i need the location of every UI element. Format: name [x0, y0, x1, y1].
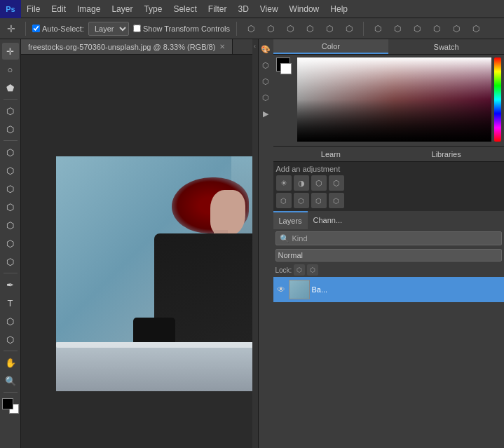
menu-bar: Ps File Edit Image Layer Type Select Fil… [0, 0, 504, 18]
swatch-tab[interactable]: Swatch [388, 39, 504, 54]
color-panel-tabs: Color Swatch [273, 39, 505, 55]
align-right-icon[interactable]: ⬡ [282, 21, 298, 36]
eraser-tool[interactable]: ⬡ [2, 217, 19, 233]
play-icon[interactable]: ▶ [259, 107, 273, 121]
menu-layer[interactable]: Layer [106, 0, 138, 18]
color-tab[interactable]: Color [273, 39, 389, 54]
color-picker-gradient[interactable] [297, 57, 492, 142]
layers-search[interactable]: 🔍 Kind [275, 231, 503, 245]
color-panel-icon[interactable]: 🎨 [259, 42, 273, 56]
panel-collapse-strip[interactable]: ‹ [252, 39, 258, 448]
tab-bar: freestocks-org-570360-unsplash.jpg @ 8.3… [21, 39, 252, 55]
levels-adj-icon[interactable]: ⬡ [329, 175, 344, 191]
tool-separator-2 [4, 140, 18, 141]
menu-help[interactable]: Help [325, 0, 353, 18]
lasso-tool[interactable]: ⬟ [2, 79, 19, 96]
lock-position-icon[interactable]: ⬡ [307, 264, 318, 276]
left-toolbar: ✛ ○ ⬟ ⬡ ⬡ ⬡ ⬡ ⬡ ⬡ ⬡ ⬡ ⬡ ✒ T ⬡ ⬡ ✋ 🔍 [0, 39, 21, 448]
tool-separator-3 [4, 273, 18, 273]
contrast-adj-icon[interactable]: ◑ [294, 175, 309, 191]
crop-tool[interactable]: ⬡ [2, 102, 19, 119]
color-swatches[interactable] [2, 398, 19, 414]
menu-view[interactable]: View [254, 0, 284, 18]
gradient-tool[interactable]: ⬡ [2, 235, 19, 252]
blend-mode-dropdown[interactable]: Normal [275, 249, 503, 262]
show-transform-checkbox[interactable]: Show Transform Controls [133, 25, 230, 33]
search-icon: 🔍 [280, 234, 290, 243]
layers-tab[interactable]: Layers [273, 211, 308, 229]
distribute-middle-icon[interactable]: ⬡ [449, 21, 464, 36]
spot-heal-tool[interactable]: ⬡ [2, 144, 19, 161]
learn-libraries-bar: Learn Libraries [273, 147, 505, 162]
distribute-top-icon[interactable]: ⬡ [429, 21, 444, 36]
menu-filter[interactable]: Filter [203, 0, 233, 18]
layer-row-background[interactable]: 👁 Ba... [273, 277, 505, 302]
history-icon[interactable]: ⬡ [259, 90, 273, 104]
tab-close-button[interactable]: ✕ [219, 43, 225, 50]
path-select-tool[interactable]: ⬡ [2, 313, 19, 330]
colorbalance-adj-icon[interactable]: ⬡ [311, 193, 327, 208]
adjustment-icons-row2: ⬡ ⬡ ⬡ ⬡ [276, 193, 502, 208]
move-tool[interactable]: ✛ [2, 43, 19, 60]
pen-tool[interactable]: ✒ [2, 276, 19, 293]
brightness-adj-icon[interactable]: ☀ [276, 175, 292, 191]
options-sep-3 [363, 22, 364, 36]
adjustment-icons-row1: ☀ ◑ ⬡ ⬡ [276, 173, 502, 193]
layers-panel-tabs: Layers Chann... [273, 211, 505, 229]
hue-adj-icon[interactable]: ⬡ [276, 193, 292, 208]
layer-thumbnail [289, 280, 310, 299]
app-logo: Ps [0, 0, 21, 18]
menu-image[interactable]: Image [71, 0, 106, 18]
lock-pixels-icon[interactable]: ⬡ [294, 264, 305, 276]
blackwhite-adj-icon[interactable]: ⬡ [329, 193, 344, 208]
document-tab-name: freestocks-org-570360-unsplash.jpg @ 8.3… [28, 43, 215, 51]
selection-tool[interactable]: ○ [2, 61, 19, 78]
distribute-center-icon[interactable]: ⬡ [390, 21, 405, 36]
menu-file[interactable]: File [21, 0, 46, 18]
auto-select-checkbox[interactable]: Auto-Select: [32, 25, 84, 33]
options-sep-1 [25, 22, 26, 36]
auto-select-input[interactable] [32, 25, 40, 32]
align-left-icon[interactable]: ⬡ [243, 21, 259, 36]
align-top-icon[interactable]: ⬡ [302, 21, 318, 36]
menu-edit[interactable]: Edit [46, 0, 71, 18]
menu-select[interactable]: Select [168, 0, 202, 18]
curves-icon[interactable]: ⬡ [259, 74, 273, 88]
menu-3d[interactable]: 3D [232, 0, 254, 18]
history-brush-tool[interactable]: ⬡ [2, 198, 19, 215]
snow-wall [56, 342, 252, 391]
foreground-color-swatch[interactable] [2, 398, 13, 409]
eyedropper-tool[interactable]: ⬡ [2, 121, 19, 137]
align-center-icon[interactable]: ⬡ [263, 21, 278, 36]
shape-tool[interactable]: ⬡ [2, 331, 19, 348]
layer-dropdown[interactable]: Layer [88, 22, 129, 36]
align-middle-icon[interactable]: ⬡ [322, 21, 337, 36]
align-bottom-icon[interactable]: ⬡ [341, 21, 357, 36]
libraries-tab[interactable]: Libraries [388, 147, 504, 161]
layer-name: Ba... [312, 285, 328, 294]
show-transform-input[interactable] [133, 25, 141, 32]
dodge-tool[interactable]: ⬡ [2, 253, 19, 270]
layer-visibility-icon[interactable]: 👁 [275, 284, 287, 295]
vibrance-adj-icon[interactable]: ⬡ [294, 193, 309, 208]
distribute-bottom-icon[interactable]: ⬡ [468, 21, 484, 36]
curves-adj-icon[interactable]: ⬡ [311, 175, 327, 191]
hand-tool[interactable]: ✋ [2, 354, 19, 371]
canvas-container[interactable] [21, 55, 252, 448]
learn-tab[interactable]: Learn [273, 147, 389, 161]
hue-slider[interactable] [494, 57, 501, 142]
document-tab[interactable]: freestocks-org-570360-unsplash.jpg @ 8.3… [21, 39, 233, 54]
layers-panel: Layers Chann... 🔍 Kind Normal Lock: ⬡ ⬡ … [273, 211, 505, 448]
face [210, 190, 245, 236]
clone-stamp-tool[interactable]: ⬡ [2, 180, 19, 197]
zoom-tool[interactable]: 🔍 [2, 372, 19, 389]
brush-tool[interactable]: ⬡ [2, 162, 19, 179]
channels-tab[interactable]: Chann... [308, 211, 348, 229]
distribute-right-icon[interactable]: ⬡ [409, 21, 425, 36]
background-swatch[interactable] [280, 63, 292, 74]
type-tool[interactable]: T [2, 294, 19, 311]
distribute-left-icon[interactable]: ⬡ [370, 21, 386, 36]
menu-type[interactable]: Type [138, 0, 168, 18]
menu-window[interactable]: Window [284, 0, 325, 18]
adjustment-panel-icon[interactable]: ⬡ [259, 58, 273, 72]
